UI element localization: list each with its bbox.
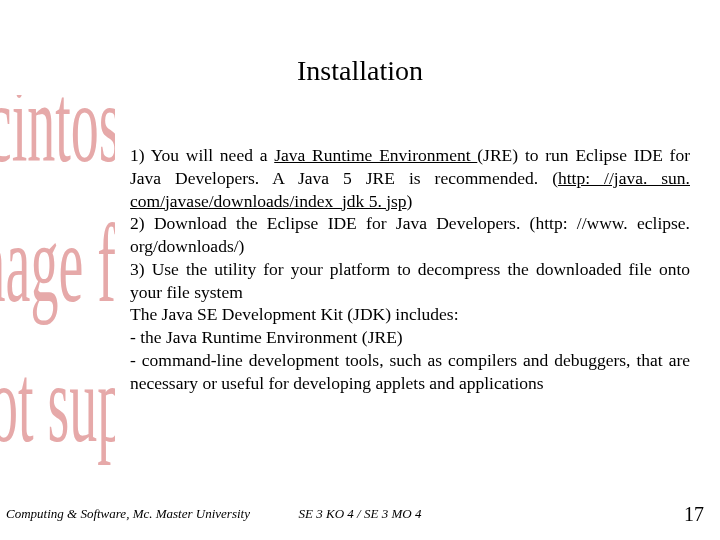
background-image-placeholder: acintosh P mage form not suppo (0, 95, 115, 465)
slide-title: Installation (0, 55, 720, 87)
p1-paren-close: ) (407, 191, 413, 211)
body-p6: - command-line development tools, such a… (130, 349, 690, 395)
slide: acintosh P mage form not suppo Installat… (0, 0, 720, 540)
p1-text-a: 1) You will need a (130, 145, 274, 165)
slide-body: 1) You will need a Java Runtime Environm… (130, 144, 690, 394)
bg-text-3: not suppo (0, 347, 115, 459)
bg-text-1: acintosh P (0, 95, 115, 179)
body-p4: The Java SE Development Kit (JDK) includ… (130, 303, 690, 326)
body-p5: - the Java Runtime Environment (JRE) (130, 326, 690, 349)
body-p2: 2) Download the Eclipse IDE for Java Dev… (130, 212, 690, 258)
body-p3: 3) Use the utility for your platform to … (130, 258, 690, 304)
body-p1: 1) You will need a Java Runtime Environm… (130, 144, 690, 212)
footer-center: SE 3 KO 4 / SE 3 MO 4 (0, 506, 720, 522)
jre-link[interactable]: Java Runtime Environment (274, 145, 477, 165)
page-number: 17 (684, 503, 704, 526)
bg-text-2: mage form (0, 207, 115, 319)
